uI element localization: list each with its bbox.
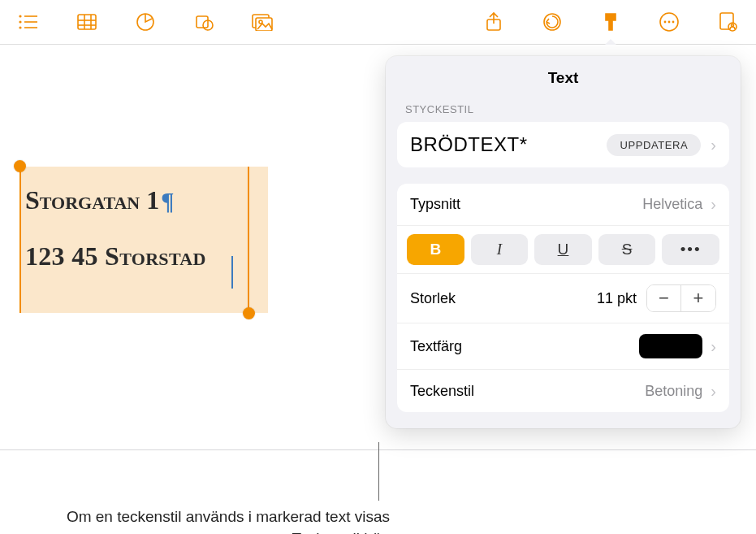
- more-icon[interactable]: [657, 10, 681, 34]
- text-caret: [231, 256, 233, 289]
- svg-point-4: [19, 26, 21, 28]
- callout-text: Om en teckenstil används i markerad text…: [65, 506, 390, 534]
- font-value: Helvetica: [642, 196, 702, 213]
- undo-icon[interactable]: [540, 10, 564, 34]
- bold-button[interactable]: B: [407, 234, 464, 265]
- font-label: Typsnitt: [410, 196, 460, 213]
- paragraph-style-row[interactable]: BRÖDTEXT* UPPDATERA ›: [397, 122, 729, 167]
- paragraph-style-card: BRÖDTEXT* UPPDATERA ›: [397, 122, 729, 167]
- table-icon[interactable]: [75, 10, 99, 34]
- chevron-right-icon: ›: [711, 195, 716, 214]
- panel-title: Text: [386, 56, 741, 103]
- toolbar: [0, 0, 756, 45]
- svg-rect-12: [197, 16, 208, 28]
- toolbar-left: [16, 10, 274, 34]
- selection-handle-bar-right[interactable]: [248, 167, 249, 313]
- character-style-value: Betoning: [645, 383, 702, 400]
- selection-handle-bottom[interactable]: [243, 307, 255, 319]
- pilcrow-icon: ¶: [161, 187, 174, 215]
- character-style-label: Teckenstil: [410, 383, 474, 400]
- shape-icon[interactable]: [192, 10, 216, 34]
- svg-point-20: [664, 21, 667, 24]
- font-row[interactable]: Typsnitt Helvetica ›: [397, 184, 729, 226]
- text-format-card: Typsnitt Helvetica › B I U S ••• Storlek…: [397, 184, 729, 412]
- chevron-right-icon: ›: [711, 382, 716, 401]
- share-icon[interactable]: [482, 10, 506, 34]
- selection-handle-top-left[interactable]: [14, 160, 26, 172]
- text-color-row[interactable]: Textfärg ›: [397, 323, 729, 370]
- size-increase-button[interactable]: +: [681, 285, 715, 311]
- color-swatch[interactable]: [639, 334, 702, 358]
- more-format-button[interactable]: •••: [662, 234, 719, 265]
- size-label: Storlek: [410, 290, 456, 307]
- size-row: Storlek 11 pkt − +: [397, 274, 729, 323]
- underline-button[interactable]: U: [534, 234, 592, 265]
- format-brush-icon[interactable]: [598, 10, 623, 34]
- callout-leader-line: [378, 442, 379, 501]
- text-content-1: Storgatan 1: [25, 185, 159, 215]
- size-decrease-button[interactable]: −: [647, 285, 681, 311]
- strikethrough-button[interactable]: S: [598, 234, 656, 265]
- svg-point-0: [19, 15, 21, 17]
- svg-point-21: [668, 21, 671, 24]
- svg-rect-6: [78, 15, 96, 29]
- selection-handle-bar-left[interactable]: [19, 167, 21, 313]
- italic-button[interactable]: I: [471, 234, 529, 265]
- format-buttons-row: B I U S •••: [397, 226, 729, 274]
- list-icon[interactable]: [16, 10, 41, 34]
- text-color-label: Textfärg: [410, 338, 462, 355]
- svg-point-2: [19, 20, 21, 23]
- text-line-1: Storgatan 1 ¶: [20, 167, 268, 215]
- toolbar-right: [482, 10, 740, 34]
- content: Storgatan 1 ¶ 123 45 Storstad Text STYCK…: [0, 45, 756, 534]
- svg-point-22: [672, 21, 675, 24]
- chevron-right-icon: ›: [711, 136, 716, 154]
- format-panel: Text STYCKESTIL BRÖDTEXT* UPPDATERA › Ty…: [386, 56, 741, 428]
- chart-icon[interactable]: [133, 10, 158, 34]
- size-stepper: − +: [646, 284, 716, 312]
- collab-icon[interactable]: [715, 10, 740, 34]
- selected-text-box[interactable]: Storgatan 1 ¶ 123 45 Storstad: [20, 167, 268, 313]
- section-label-paragraph-style: STYCKESTIL: [386, 103, 741, 122]
- media-icon[interactable]: [250, 10, 274, 34]
- update-style-button[interactable]: UPPDATERA: [607, 134, 701, 156]
- size-value: 11 pkt: [597, 290, 637, 307]
- chevron-right-icon: ›: [711, 337, 716, 356]
- character-style-row[interactable]: Teckenstil Betoning ›: [397, 370, 729, 412]
- paragraph-style-name: BRÖDTEXT*: [410, 133, 528, 156]
